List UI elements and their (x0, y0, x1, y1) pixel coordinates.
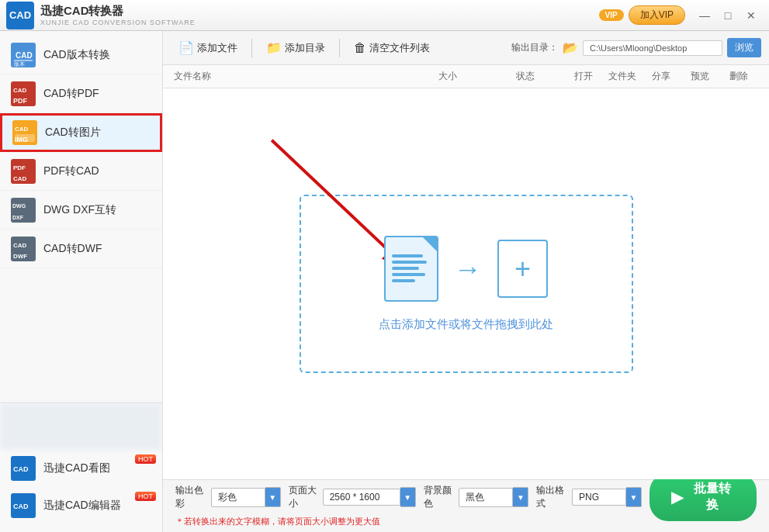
minimize-button[interactable]: — (693, 6, 716, 25)
pdf-cad-icon: PDF CAD (11, 159, 36, 184)
doc-lines (386, 237, 437, 288)
svg-text:IMG: IMG (15, 136, 28, 143)
sidebar-item-cad-pdf[interactable]: CAD PDF CAD转PDF (0, 74, 162, 113)
cad-img-icon: CAD IMG (12, 120, 37, 145)
right-arrow-icon: → (454, 253, 482, 285)
document-icon (384, 236, 438, 302)
page-select: 2560 * 1600 ▼ (323, 487, 416, 507)
sidebar-item-cad-dwf[interactable]: CAD DWF CAD转DWF (0, 230, 162, 268)
page-value[interactable]: 2560 * 1600 (323, 489, 400, 506)
svg-text:CAD: CAD (16, 51, 33, 60)
svg-text:CAD: CAD (13, 503, 29, 510)
toolbar-separator-1 (251, 39, 252, 57)
sidebar-label-pdf-cad: PDF转CAD (43, 164, 99, 178)
svg-text:PDF: PDF (13, 164, 26, 171)
col-share-header: 分享 (642, 70, 681, 83)
settings-row: 输出色彩 彩色 ▼ 页面大小 2560 * 1600 ▼ 背景颜色 (163, 480, 769, 514)
hot-badge-editor: HOT (135, 492, 156, 501)
dwg-dxf-icon: DWG DXF (11, 198, 36, 223)
color-select: 彩色 ▼ (211, 487, 281, 507)
join-vip-button[interactable]: 加入VIP (629, 5, 685, 25)
add-dir-button[interactable]: 📁 添加目录 (258, 36, 333, 59)
cad-viewer-icon: CAD (11, 456, 36, 481)
batch-convert-button[interactable]: ▶ 批量转换 (649, 473, 757, 521)
col-folder-header: 文件夹 (603, 70, 642, 83)
sidebar-item-dwg-dxf[interactable]: DWG DXF DWG DXF互转 (0, 191, 162, 230)
sidebar-item-cad-version[interactable]: CAD 版本 CAD版本转换 (0, 36, 162, 74)
svg-text:CAD: CAD (15, 126, 29, 133)
vip-badge: VIP (599, 9, 624, 21)
sidebar-item-cad-viewer[interactable]: CAD 迅捷CAD看图 HOT (0, 450, 162, 487)
format-arrow[interactable]: ▼ (626, 487, 642, 507)
doc-line-1 (392, 254, 423, 257)
play-icon: ▶ (671, 488, 683, 506)
clear-list-button[interactable]: 🗑 清空文件列表 (346, 37, 438, 59)
sidebar-item-cad-editor[interactable]: CAD 迅捷CAD编辑器 HOT (0, 487, 162, 524)
bg-value[interactable]: 黑色 (459, 488, 513, 507)
browse-button[interactable]: 浏览 (727, 38, 761, 57)
sidebar-menu: CAD 版本 CAD版本转换 CAD PDF CAD转PDF (0, 31, 162, 402)
doc-line-2 (392, 261, 427, 264)
app-title-block: 迅捷CAD转换器 XUNJIE CAD CONVERSION SOFTWARE (40, 4, 196, 26)
sidebar-bottom: CAD 迅捷CAD看图 HOT CAD 迅捷CAD编辑器 HOT (0, 402, 162, 532)
sidebar-label-dwg-dxf: DWG DXF互转 (43, 203, 116, 217)
content-area: 📄 添加文件 📁 添加目录 🗑 清空文件列表 输出目录： 📂 C:\Users\… (163, 31, 769, 532)
col-size-header: 大小 (409, 70, 487, 83)
folder-icon: 📂 (563, 40, 578, 55)
cad-version-icon: CAD 版本 (11, 43, 36, 67)
svg-text:CAD: CAD (13, 465, 29, 473)
color-label: 输出色彩 (175, 484, 206, 510)
drop-zone-container: → + 点击添加文件或将文件拖拽到此处 (163, 88, 769, 479)
color-arrow[interactable]: ▼ (265, 487, 281, 507)
plus-icon-box: + (497, 240, 548, 298)
add-dir-icon: 📁 (266, 40, 282, 55)
bottom-bar: 输出色彩 彩色 ▼ 页面大小 2560 * 1600 ▼ 背景颜色 (163, 479, 769, 532)
bg-label: 背景颜色 (424, 484, 455, 510)
toolbar-separator-2 (339, 39, 340, 57)
svg-text:CAD: CAD (13, 242, 27, 249)
sidebar-item-pdf-cad[interactable]: PDF CAD PDF转CAD (0, 152, 162, 191)
format-value[interactable]: PNG (572, 489, 626, 506)
drop-zone[interactable]: → + 点击添加文件或将文件拖拽到此处 (300, 195, 633, 373)
svg-text:DXF: DXF (12, 215, 24, 220)
output-dir-group: 输出目录： 📂 C:\Users\Mloong\Desktop 浏览 (511, 38, 761, 57)
vip-area: VIP 加入VIP (599, 5, 685, 25)
sidebar-label-cad-editor: 迅捷CAD编辑器 (43, 499, 121, 513)
app-logo: CAD (6, 2, 34, 29)
hot-badge-viewer: HOT (135, 454, 156, 464)
page-setting: 页面大小 2560 * 1600 ▼ (289, 484, 416, 510)
format-label: 输出格式 (536, 484, 567, 510)
add-file-button[interactable]: 📄 添加文件 (171, 36, 245, 59)
sidebar-item-cad-img[interactable]: CAD IMG CAD转图片 (0, 113, 162, 152)
clear-icon: 🗑 (354, 41, 366, 55)
svg-text:DWF: DWF (13, 253, 27, 260)
color-value[interactable]: 彩色 (211, 488, 265, 507)
sidebar-label-cad-pdf: CAD转PDF (43, 87, 99, 101)
drop-text: 点击添加文件或将文件拖拽到此处 (379, 317, 553, 332)
page-arrow[interactable]: ▼ (400, 487, 416, 507)
main-layout: CAD 版本 CAD版本转换 CAD PDF CAD转PDF (0, 31, 769, 532)
cad-pdf-icon: CAD PDF (11, 81, 36, 106)
col-status-header: 状态 (487, 70, 564, 83)
maximize-button[interactable]: □ (716, 6, 740, 25)
col-delete-header: 删除 (719, 70, 758, 83)
sidebar-label-cad-viewer: 迅捷CAD看图 (43, 461, 110, 475)
sidebar-label-cad-dwf: CAD转DWF (43, 242, 102, 256)
svg-text:CAD: CAD (13, 175, 27, 182)
doc-line-4 (392, 273, 425, 276)
sidebar-blurred-area (0, 403, 162, 450)
sidebar-label-cad-version: CAD版本转换 (43, 48, 110, 62)
bg-arrow[interactable]: ▼ (513, 487, 528, 507)
svg-text:DWG: DWG (12, 203, 26, 209)
close-button[interactable]: ✕ (740, 6, 763, 25)
col-open-header: 打开 (564, 70, 603, 83)
plus-icon: + (514, 253, 531, 285)
sidebar: CAD 版本 CAD版本转换 CAD PDF CAD转PDF (0, 31, 163, 532)
toolbar: 📄 添加文件 📁 添加目录 🗑 清空文件列表 输出目录： 📂 C:\Users\… (163, 31, 769, 65)
svg-text:版本: 版本 (14, 61, 25, 67)
cad-dwf-icon: CAD DWF (11, 237, 36, 261)
svg-text:CAD: CAD (13, 87, 27, 94)
chevron-down-icon-2: ▼ (404, 493, 411, 502)
output-path: C:\Users\Mloong\Desktop (583, 40, 722, 56)
format-select: PNG ▼ (572, 487, 642, 507)
